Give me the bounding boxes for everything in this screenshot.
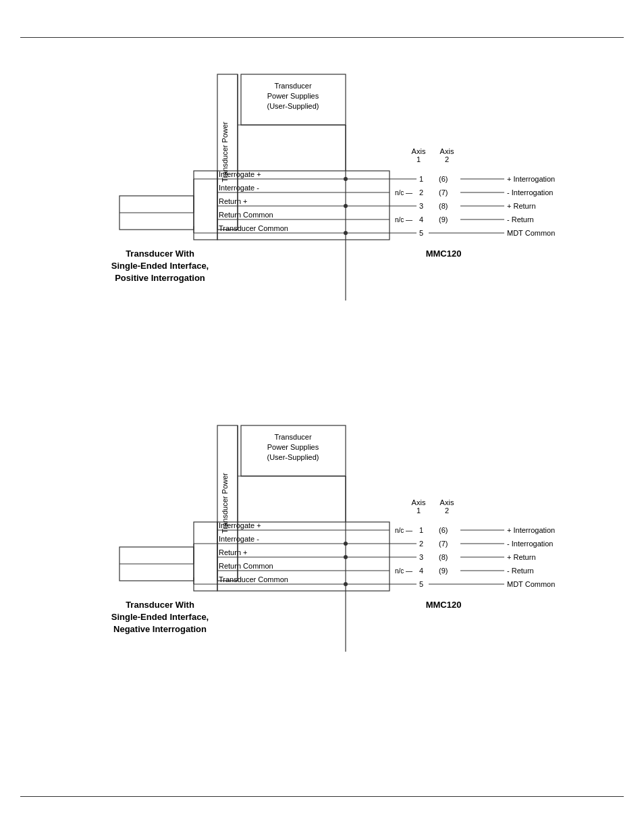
transducer-title-1: Transducer With (126, 249, 194, 259)
d2-pin4-nc: n/c — (395, 567, 412, 575)
pin3-axis2: (8) (439, 202, 448, 210)
bottom-rule (20, 796, 624, 797)
transducer-title-2-2: Single-Ended Interface, (111, 612, 209, 622)
pin4-axis2: (9) (439, 215, 448, 224)
svg-point-57 (344, 542, 348, 546)
row4-label: Return Common (219, 211, 273, 219)
pin2-axis2: (7) (439, 188, 448, 197)
svg-rect-23 (194, 171, 217, 240)
d2-pin1-nc: n/c — (395, 527, 412, 534)
pin4-axis1: 4 (419, 215, 423, 224)
power-supply-label-3: (User-Supplied) (267, 102, 319, 110)
row5-label: Transducer Common (219, 224, 288, 232)
power-supply-label-1: Transducer (274, 82, 312, 90)
d2-pin2-desc: - Interrogation (507, 540, 553, 548)
power-supply-label-2-2: Power Supplies (267, 443, 319, 451)
pin1-axis1: 1 (419, 175, 423, 183)
power-supply-label-2-1: Transducer (274, 433, 312, 441)
d2-pin5-desc: MDT Common (507, 580, 555, 588)
pin3-desc: + Return (507, 202, 536, 210)
transducer-title-2-1: Transducer With (126, 600, 194, 610)
mmc-label-1: MMC120 (426, 249, 462, 259)
page: Transducer Power Transducer Power Suppli… (0, 0, 644, 834)
row1-label: Interrogate + (219, 170, 261, 178)
svg-point-28 (344, 204, 348, 208)
d2-pin2-axis1: 2 (419, 540, 423, 548)
d2-row1-label: Interrogate + (219, 521, 261, 529)
svg-point-59 (344, 582, 348, 586)
d2-pin4-desc: - Return (507, 567, 534, 575)
d2-row5-label: Transducer Common (219, 575, 288, 583)
pin4-desc: - Return (507, 215, 534, 224)
axis1-label-num-2: 1 (417, 506, 421, 515)
d2-pin1-axis1: 1 (419, 526, 423, 534)
pin2-nc: n/c — (395, 189, 412, 197)
pin3-axis1: 3 (419, 202, 423, 210)
svg-point-29 (344, 231, 348, 235)
axis2-label-num: 2 (445, 155, 449, 163)
axis1-label-top: Axis (412, 147, 426, 155)
pin1-axis2: (6) (439, 175, 448, 183)
diagram1-svg: Transducer Power Transducer Power Suppli… (18, 47, 626, 338)
axis2-label-top-2: Axis (440, 498, 454, 506)
transducer-title-2-3: Negative Interrogation (113, 624, 207, 634)
axis1-label-num: 1 (417, 155, 421, 163)
power-supply-label-2: Power Supplies (267, 92, 319, 100)
svg-rect-53 (194, 522, 217, 591)
d2-pin3-axis1: 3 (419, 553, 423, 561)
svg-point-58 (344, 555, 348, 559)
d2-pin4-axis2: (9) (439, 567, 448, 575)
d2-row2-label: Interrogate - (219, 535, 259, 543)
d2-row3-label: Return + (219, 548, 248, 556)
d2-pin1-axis2: (6) (439, 526, 448, 534)
diagram2: Transducer Power Transducer Power Suppli… (0, 398, 644, 689)
pin4-nc: n/c — (395, 216, 412, 224)
axis2-label-num-2: 2 (445, 506, 449, 515)
pin2-axis1: 2 (419, 188, 423, 197)
pin2-desc: - Interrogation (507, 188, 553, 197)
top-rule (20, 37, 624, 38)
d2-pin3-desc: + Return (507, 553, 536, 561)
row2-label: Interrogate - (219, 184, 259, 192)
pin5-desc: MDT Common (507, 229, 555, 237)
d2-pin3-axis2: (8) (439, 553, 448, 561)
d2-pin5-axis1: 5 (419, 580, 423, 588)
d2-pin1-desc: + Interrogation (507, 526, 555, 534)
pin5-axis1: 5 (419, 229, 423, 237)
transducer-title-3: Positive Interrogation (115, 273, 205, 283)
d2-row4-label: Return Common (219, 562, 273, 570)
mmc-label-2: MMC120 (426, 600, 462, 610)
transducer-title-2: Single-Ended Interface, (111, 261, 209, 271)
pin1-desc: + Interrogation (507, 175, 555, 183)
svg-point-27 (344, 177, 348, 181)
diagram1: Transducer Power Transducer Power Suppli… (0, 47, 644, 338)
power-supply-label-2-3: (User-Supplied) (267, 453, 319, 461)
d2-pin4-axis1: 4 (419, 567, 423, 575)
axis1-label-top-2: Axis (412, 498, 426, 506)
d2-pin2-axis2: (7) (439, 540, 448, 548)
row3-label: Return + (219, 197, 248, 205)
axis2-label-top: Axis (440, 147, 454, 155)
diagram2-svg: Transducer Power Transducer Power Suppli… (18, 398, 626, 689)
